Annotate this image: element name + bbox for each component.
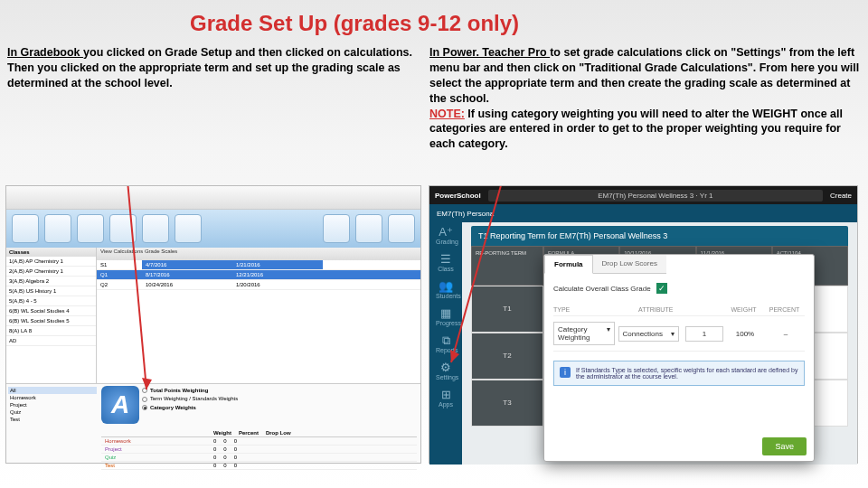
date-cell[interactable]: 1/20/2016 [232, 280, 323, 289]
term-cell[interactable]: Q2 [97, 280, 142, 289]
sidebar-label: Reports [436, 347, 458, 353]
sidebar-item-apps[interactable]: ⊞Apps [436, 389, 456, 408]
weight-input[interactable]: 1 [685, 326, 723, 342]
gb-class-item[interactable]: 5(A,B) US History 1 [6, 286, 96, 296]
calc-overall-label: Calculate Overall Class Grade [553, 285, 651, 293]
save-button[interactable]: Save [762, 437, 807, 455]
tree-item[interactable]: Homework [8, 394, 97, 401]
tree-item[interactable]: Test [8, 416, 97, 423]
term-cell[interactable]: Q1 [97, 270, 142, 279]
opt-total-points[interactable]: Total Points Weighting [142, 388, 238, 393]
catg-val: 0 [220, 454, 230, 461]
date-cell[interactable]: 4/7/2016 [142, 260, 232, 269]
gb-class-item[interactable]: 2(A,B) AP Chemistry 1 [6, 267, 96, 277]
attribute-select[interactable]: Connections▾ [618, 326, 680, 342]
gb-class-item[interactable]: 5(A,B) 4 - 5 [6, 296, 96, 306]
tree-item[interactable]: Project [8, 401, 97, 408]
progress-icon: ▦ [436, 307, 456, 320]
toolbar-button[interactable] [109, 214, 137, 243]
powerteacher-screenshot: PowerSchool EM7(Th) Personal Wellness 3 … [429, 185, 858, 464]
sidebar-label: Grading [436, 239, 458, 245]
formula-modal: Formula Drop Low Scores Calculate Overal… [543, 254, 815, 462]
catg-val[interactable]: 0 [210, 454, 220, 461]
pt-topbar: PowerSchool EM7(Th) Personal Wellness 3 … [429, 186, 857, 204]
sidebar-item-reports[interactable]: ⧉Reports [436, 334, 456, 354]
date-cell[interactable]: 10/24/2016 [142, 280, 232, 289]
note-text: If using category weighting you will nee… [429, 108, 843, 151]
apps-icon: ⊞ [436, 389, 456, 401]
gb-category-tree: All Homework Project Quiz Test [8, 387, 97, 423]
catg-name: Quiz [101, 454, 210, 461]
sidebar-label: Settings [436, 374, 458, 380]
col-head: Weight [210, 429, 235, 436]
col-head: Percent [235, 429, 262, 436]
grading-icon: A⁺ [436, 226, 456, 239]
opt-label: Total Points Weighting [150, 388, 208, 393]
catg-val[interactable]: 0 [210, 462, 220, 469]
date-cell[interactable]: 8/17/2016 [142, 270, 232, 279]
calc-overall-checkbox[interactable]: ✓ [656, 283, 667, 294]
catg-val: 0 [220, 437, 230, 445]
date-cell[interactable]: 12/21/2016 [232, 270, 323, 279]
opt-term-weights[interactable]: Term Weighting / Standards Weights [142, 396, 238, 401]
sidebar-item-students[interactable]: 👥Students [436, 280, 456, 300]
gb-class-item[interactable]: 8(A) LA 8 [6, 326, 96, 336]
percent-value: 100% [726, 327, 764, 341]
gb-class-item[interactable]: 1(A,B) AP Chemistry 1 [6, 257, 96, 267]
info-text: If Standards Type is selected, specific … [576, 367, 798, 380]
right-heading: In Power. Teacher Pro [429, 46, 550, 59]
gear-icon: ⚙ [436, 361, 456, 374]
date-cell[interactable]: 1/21/2016 [232, 260, 323, 269]
gb-class-item[interactable]: 3(A,B) Algebra 2 [6, 277, 96, 286]
term-label: T1 [471, 286, 543, 333]
catg-name: Homework [101, 437, 210, 445]
catg-val[interactable]: 0 [210, 446, 220, 453]
gb-class-item[interactable]: 6(B) WL Social Studies 5 [6, 316, 96, 326]
sidebar-item-settings[interactable]: ⚙Settings [436, 361, 456, 381]
note-label: NOTE: [429, 108, 465, 120]
mh-percent: PERCENT [764, 306, 805, 313]
tree-item[interactable]: All [8, 387, 97, 394]
toolbar-button[interactable] [44, 214, 71, 243]
catg-val[interactable]: 0 [231, 446, 241, 453]
toolbar-button[interactable] [12, 214, 39, 243]
catg-val[interactable]: 0 [231, 454, 241, 461]
sidebar-label: Students [436, 293, 461, 299]
chevron-down-icon: ▾ [607, 325, 610, 342]
left-heading: In Gradebook [7, 46, 83, 59]
catg-val[interactable]: 0 [231, 462, 241, 469]
term-cell[interactable]: S1 [97, 260, 142, 269]
tab-drop-low-scores[interactable]: Drop Low Scores [593, 255, 666, 274]
gb-category-table: Weight Percent Drop Low Homework000 Proj… [101, 429, 417, 470]
toolbar-button[interactable] [175, 214, 202, 243]
col-head [101, 429, 210, 436]
opt-category-weights[interactable]: Category Weights [142, 405, 238, 410]
remove-row[interactable]: – [767, 327, 805, 341]
pt-subheader: EM7(Th) Persona [429, 204, 857, 222]
pt-class-selector[interactable]: EM7(Th) Personal Wellness 3 · Yr 1 [488, 190, 823, 202]
sidebar-item-grading[interactable]: A⁺Grading [436, 226, 456, 246]
toolbar-button[interactable] [142, 214, 169, 243]
sidebar-item-progress[interactable]: ▦Progress [436, 307, 456, 327]
tree-item[interactable]: Quiz [8, 408, 97, 416]
gb-class-item[interactable]: 6(B) WL Social Studies 4 [6, 306, 96, 316]
select-value: Connections [623, 330, 663, 338]
tab-formula[interactable]: Formula [544, 255, 593, 274]
toolbar-button[interactable] [77, 214, 104, 243]
chevron-down-icon: ▾ [671, 330, 675, 338]
gb-tabs[interactable]: View Calculations Grade Scales [97, 248, 420, 260]
toolbar-button[interactable] [388, 214, 415, 243]
gb-class-item[interactable]: AD [6, 336, 96, 346]
toolbar-button[interactable] [323, 214, 350, 243]
catg-name: Test [101, 462, 210, 469]
opt-label: Category Weights [150, 405, 196, 410]
sidebar-item-class[interactable]: ☰Class [436, 253, 456, 273]
toolbar-button[interactable] [355, 214, 382, 243]
page-title: Grade Set Up (grades 9-12 only) [0, 0, 868, 36]
type-select[interactable]: Category Weighting▾ [553, 322, 615, 345]
info-icon: i [560, 367, 571, 378]
catg-val[interactable]: 0 [231, 437, 241, 445]
catg-val[interactable]: 0 [210, 437, 220, 445]
mh-attr: ATTRIBUTE [638, 306, 723, 313]
pt-create-button[interactable]: Create [830, 192, 852, 200]
